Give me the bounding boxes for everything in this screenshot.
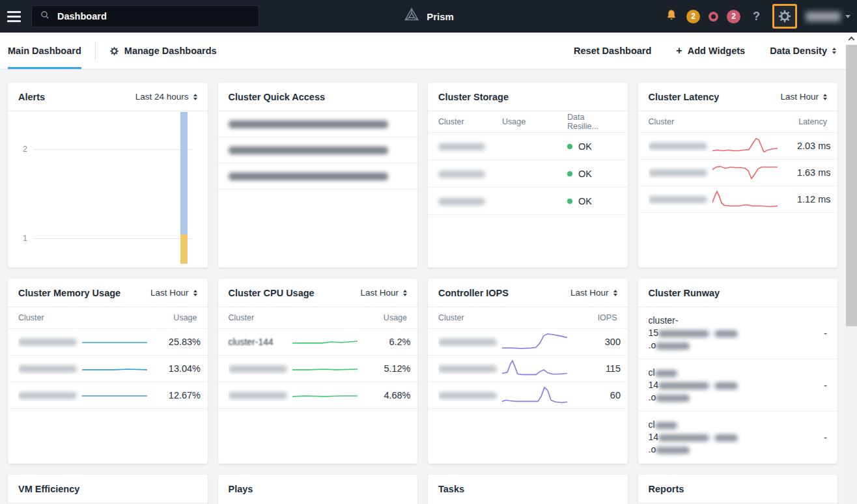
search-input[interactable] (57, 11, 251, 21)
runway-value: - (801, 380, 827, 391)
quick-access-link-row[interactable] (218, 163, 418, 189)
table-row[interactable]: 12.67% (8, 382, 208, 409)
redacted-cluster-name (18, 365, 77, 372)
iops-value: 60 (567, 390, 621, 400)
quick-access-title: Cluster Quick Access (229, 92, 326, 102)
table-row[interactable]: 2.03 ms (638, 133, 838, 160)
col-cluster: Cluster (438, 313, 598, 322)
table-row[interactable]: 1.12 ms (638, 186, 838, 213)
memory-title: Cluster Memory Usage (18, 288, 120, 298)
runway-value: - (801, 432, 827, 443)
tab-manage-dashboards[interactable]: Manage Dashboards (109, 46, 217, 56)
alerts-bell-icon[interactable] (665, 8, 678, 24)
data-density-label: Data Density (770, 46, 827, 56)
add-widgets-button[interactable]: + Add Widgets (676, 45, 745, 57)
status-dot-green (567, 199, 572, 204)
runway-name-line2: 14 (649, 380, 659, 390)
health-count-badge[interactable]: 2 (727, 10, 740, 23)
iops-title: Controller IOPS (438, 288, 509, 298)
redacted-cluster-name (18, 392, 77, 399)
table-row[interactable]: 13.04% (8, 356, 208, 382)
runway-row[interactable]: cl 14 .o - (638, 412, 838, 463)
alerts-stacked-bar[interactable] (180, 112, 188, 264)
reports-title: Reports (649, 484, 684, 494)
redacted-cluster-name (649, 169, 707, 176)
sort-arrows-icon (832, 48, 836, 54)
quick-access-link-row[interactable] (218, 137, 418, 163)
scrollbar-thumb[interactable] (846, 45, 857, 326)
runway-name-line3: .o (649, 444, 656, 455)
col-usage: Usage (502, 117, 567, 126)
runway-row[interactable]: cluster- 15 .o - (638, 307, 838, 359)
cpu-range-selector[interactable]: Last Hour (360, 288, 407, 298)
table-row[interactable]: OK (428, 160, 628, 188)
latency-value: 1.12 ms (778, 194, 831, 204)
scrollbar-up-arrow[interactable] (846, 33, 857, 44)
alerts-bar-yellow-segment (180, 234, 188, 264)
latency-title: Cluster Latency (649, 92, 720, 102)
table-row[interactable]: OK (428, 133, 628, 160)
table-row[interactable]: 4.68% (218, 382, 418, 409)
table-row[interactable]: 5.12% (218, 356, 418, 382)
memory-value: 13.04% (147, 363, 201, 374)
brand-area: Prism (403, 7, 454, 26)
cpu-sparkline (292, 385, 358, 405)
table-row[interactable]: cluster-144 6.2% (218, 329, 418, 356)
cpu-title: Cluster CPU Usage (229, 288, 315, 298)
redacted-cluster-link (229, 147, 388, 154)
vertical-scrollbar[interactable] (846, 33, 857, 504)
help-icon[interactable]: ? (749, 10, 764, 23)
hamburger-menu-icon[interactable] (7, 11, 21, 22)
table-row[interactable]: 1.63 ms (638, 160, 838, 186)
redacted-text (656, 395, 690, 402)
data-density-button[interactable]: Data Density (770, 46, 836, 56)
iops-sparkline (502, 332, 567, 352)
table-row[interactable]: 60 (428, 382, 628, 409)
table-row[interactable]: 115 (428, 356, 628, 382)
memory-range-selector[interactable]: Last Hour (150, 288, 197, 298)
redacted-cluster-name (229, 365, 287, 372)
table-row[interactable]: OK (428, 188, 628, 215)
redacted-cluster-name (649, 143, 707, 150)
latency-range-label: Last Hour (780, 92, 819, 102)
redacted-cluster-name (438, 143, 485, 150)
runway-title: Cluster Runway (649, 288, 720, 298)
redacted-cluster-name (438, 198, 485, 205)
iops-value: 300 (567, 337, 621, 347)
alerts-range-label: Last 24 hours (135, 92, 189, 102)
alerts-count-badge[interactable]: 2 (686, 10, 700, 23)
status-dot-green (567, 144, 572, 149)
quick-access-link-row[interactable] (218, 111, 418, 137)
memory-value: 25.83% (147, 337, 201, 347)
global-search[interactable] (31, 5, 259, 27)
health-ring-icon[interactable] (709, 12, 718, 21)
iops-sparkline (502, 359, 567, 378)
alerts-range-selector[interactable]: Last 24 hours (135, 92, 197, 102)
redacted-cluster-name (18, 339, 77, 346)
latency-value: 1.63 ms (778, 167, 831, 178)
resiliency-status: OK (578, 141, 592, 152)
redacted-cluster-link (229, 173, 388, 180)
table-row[interactable]: 25.83% (8, 329, 208, 356)
cpu-sparkline (292, 359, 358, 378)
tab-manage-label: Manage Dashboards (124, 46, 217, 56)
sort-arrows-icon (193, 94, 197, 100)
settings-gear-button[interactable] (772, 4, 797, 29)
latency-range-selector[interactable]: Last Hour (780, 92, 827, 102)
col-cluster: Cluster (438, 117, 502, 126)
add-widgets-label: Add Widgets (688, 46, 745, 56)
cluster-name-partially-visible: cluster-144 (229, 337, 292, 347)
cpu-value: 5.12% (358, 363, 411, 374)
cpu-value: 6.2% (358, 337, 411, 347)
user-menu[interactable] (806, 12, 850, 21)
table-row[interactable]: 300 (428, 329, 628, 356)
cpu-sparkline (292, 332, 358, 352)
runway-row[interactable]: cl 14 .o - (638, 359, 838, 412)
iops-range-selector[interactable]: Last Hour (570, 288, 617, 298)
col-data-resiliency: Data Resilie... (567, 113, 617, 131)
toolbar-actions: Reset Dashboard + Add Widgets Data Densi… (574, 45, 849, 57)
resiliency-status: OK (578, 196, 592, 206)
tab-main-dashboard[interactable]: Main Dashboard (8, 33, 81, 69)
redacted-cluster-name (438, 339, 497, 346)
reset-dashboard-button[interactable]: Reset Dashboard (574, 46, 651, 56)
